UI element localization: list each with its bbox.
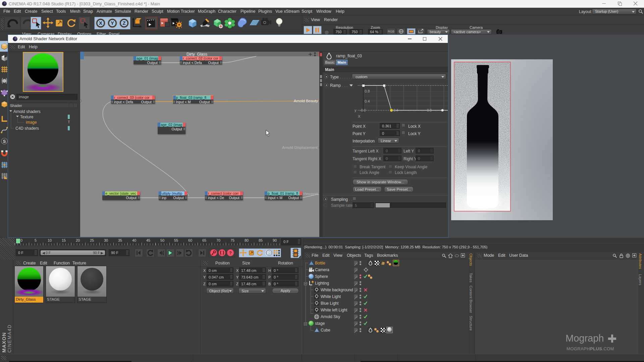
svg-text:S: S (3, 139, 6, 144)
svg-text:0.8: 0.8 (427, 109, 432, 112)
svg-text:?: ? (229, 250, 232, 255)
svg-text:y: y (355, 108, 357, 112)
svg-text:Y: Y (111, 20, 114, 26)
svg-text:P: P (267, 251, 270, 255)
svg-text:0.8: 0.8 (365, 89, 370, 93)
svg-text:Z: Z (122, 20, 125, 26)
svg-text:0.4: 0.4 (393, 109, 398, 112)
svg-text:X: X (358, 114, 361, 118)
svg-text:0.4: 0.4 (365, 99, 370, 103)
svg-text:-0.0: -0.0 (360, 109, 366, 112)
svg-text:X: X (99, 20, 102, 26)
